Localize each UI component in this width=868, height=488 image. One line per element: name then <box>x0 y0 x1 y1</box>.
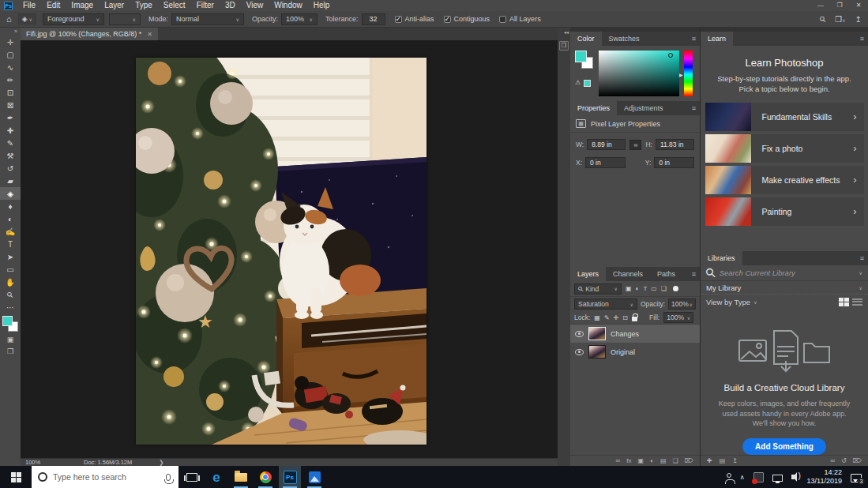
expand-panels-icon[interactable]: ◂◂ <box>558 28 570 35</box>
link-layers-icon[interactable]: ∞ <box>616 457 621 464</box>
close-icon[interactable]: ✕ <box>849 0 868 11</box>
taskbar-clock[interactable]: 14:22 13/11/2019 <box>807 468 842 486</box>
blur-tool[interactable]: ♦ <box>0 200 21 212</box>
lasso-tool[interactable]: ∿ <box>0 61 21 73</box>
action-center-icon[interactable]: 3 <box>851 474 862 482</box>
visibility-eye-icon[interactable] <box>575 331 584 337</box>
pen-tool[interactable]: ✍ <box>0 225 21 238</box>
tab-swatches[interactable]: Swatches <box>602 32 647 46</box>
marquee-tool[interactable]: ▢ <box>0 48 21 61</box>
lock-all-icon[interactable] <box>632 317 637 321</box>
microphone-icon[interactable] <box>166 474 171 481</box>
add-layer-mask-icon[interactable]: ▣ <box>638 457 644 464</box>
tool-preset-icon[interactable]: ◈∨ <box>18 13 36 24</box>
layer-row-changes[interactable]: Changes <box>570 325 700 343</box>
tab-properties[interactable]: Properties <box>570 101 617 115</box>
task-view-button[interactable] <box>181 466 203 488</box>
zoom-level[interactable]: 100% <box>25 459 62 466</box>
color-swatches[interactable] <box>2 316 19 333</box>
contiguous-checkbox[interactable]: Contiguous <box>444 15 490 23</box>
close-document-icon[interactable]: ✕ <box>147 31 152 38</box>
photoshop-taskbar-button[interactable]: Ps <box>279 466 301 488</box>
all-layers-checkbox[interactable]: All Layers <box>499 15 541 23</box>
add-something-button[interactable]: Add Something <box>742 438 826 455</box>
healing-brush-tool[interactable]: ✚ <box>0 124 21 137</box>
path-selection-tool[interactable]: ➤ <box>0 250 21 263</box>
filter-shape-layers-icon[interactable]: ▭ <box>651 285 657 292</box>
library-search[interactable]: ⚲ ∨ <box>701 265 868 281</box>
menu-edit[interactable]: Edit <box>41 0 66 11</box>
zoom-tool[interactable]: ⚲ <box>0 288 21 301</box>
color-picker-marker[interactable] <box>668 53 673 58</box>
hand-tool[interactable]: ✋ <box>0 276 21 288</box>
filter-smart-objects-icon[interactable]: ❏ <box>661 285 667 292</box>
layer-row-original[interactable]: Original <box>570 343 700 361</box>
history-panel-icon[interactable]: ❒ <box>559 41 569 51</box>
minimize-icon[interactable]: — <box>811 0 830 11</box>
filter-type-layers-icon[interactable]: T <box>643 285 647 292</box>
menu-type[interactable]: Type <box>130 0 158 11</box>
tab-libraries[interactable]: Libraries <box>701 251 742 265</box>
tab-learn[interactable]: Learn <box>701 32 733 46</box>
tab-paths[interactable]: Paths <box>650 267 682 281</box>
taskbar-search[interactable] <box>32 466 178 488</box>
history-brush-tool[interactable]: ↺ <box>0 162 21 175</box>
hidden-icons-chevron-icon[interactable]: ∧ <box>740 474 745 481</box>
filter-adjustment-layers-icon[interactable]: ◐ <box>636 285 640 292</box>
tab-adjustments[interactable]: Adjustments <box>617 101 671 115</box>
document-tab[interactable]: Fifi.jpg @ 100% (Changes, RGB/8) * ✕ <box>21 28 158 40</box>
workspace-icon[interactable]: ❒∨ <box>835 15 845 24</box>
foreground-color-swatch[interactable] <box>2 316 13 326</box>
menu-filter[interactable]: Filter <box>191 0 220 11</box>
layer-thumbnail[interactable] <box>588 327 606 340</box>
share-icon[interactable]: ↥ <box>855 15 862 24</box>
chrome-taskbar-button[interactable] <box>254 466 276 488</box>
quick-mask-button[interactable]: ▣ <box>0 333 21 345</box>
photos-taskbar-button[interactable] <box>303 466 325 488</box>
edge-taskbar-button[interactable]: e <box>205 466 227 488</box>
quick-selection-tool[interactable]: ✏ <box>0 73 21 86</box>
width-field[interactable]: 8.89 in <box>587 139 626 150</box>
menu-view[interactable]: View <box>241 0 269 11</box>
tab-layers[interactable]: Layers <box>570 267 606 281</box>
menu-help[interactable]: Help <box>308 0 336 11</box>
libraries-sync-icon[interactable]: ↺ <box>841 457 847 464</box>
new-library-group-icon[interactable]: ▤ <box>720 457 726 464</box>
learn-card-fix-a-photo[interactable]: Fix a photo › <box>705 134 864 163</box>
color-gradient-field[interactable] <box>599 51 679 96</box>
filter-pixel-layers-icon[interactable]: ▣ <box>626 285 632 292</box>
eyedropper-tool[interactable]: ✒ <box>0 111 21 124</box>
grid-view-icon[interactable] <box>839 298 849 306</box>
lock-position-icon[interactable]: ✛ <box>614 314 619 321</box>
crop-tool[interactable]: ⊡ <box>0 86 21 99</box>
new-layer-icon[interactable]: ❏ <box>673 457 678 464</box>
menu-window[interactable]: Window <box>269 0 308 11</box>
lock-transparency-icon[interactable]: ▦ <box>594 314 600 321</box>
panel-menu-icon[interactable]: ≡ <box>860 254 864 262</box>
foreground-color-swatch[interactable] <box>575 51 587 62</box>
move-tool[interactable]: ✛ <box>0 36 21 48</box>
sync-upload-icon[interactable]: ↥ <box>732 457 738 464</box>
visibility-eye-icon[interactable] <box>575 349 584 355</box>
tab-color[interactable]: Color <box>570 32 602 46</box>
layer-filter-dropdown[interactable]: ⚲ Kind ∨ <box>574 283 622 295</box>
panel-menu-icon[interactable]: ≡ <box>692 270 696 278</box>
y-field[interactable]: 0 in <box>654 157 694 168</box>
new-group-icon[interactable]: ▤ <box>660 457 667 464</box>
volume-icon[interactable] <box>791 475 795 479</box>
panel-menu-icon[interactable]: ≡ <box>860 35 864 43</box>
height-field[interactable]: 11.83 in <box>656 139 694 150</box>
frame-tool[interactable]: ⊠ <box>0 99 21 111</box>
library-search-input[interactable] <box>720 268 855 277</box>
menu-layer[interactable]: Layer <box>99 0 130 11</box>
tolerance-input[interactable] <box>362 13 385 25</box>
learn-card-fundamental-skills[interactable]: Fundamental Skills › <box>705 103 864 131</box>
pattern-picker[interactable]: ∨ <box>109 13 141 25</box>
lock-pixels-icon[interactable]: ✎ <box>604 314 610 321</box>
layers-opacity-dropdown[interactable]: 100% ∨ <box>668 298 696 310</box>
menu-3d[interactable]: 3D <box>220 0 241 11</box>
network-icon[interactable] <box>772 475 783 482</box>
view-by-type-dropdown[interactable]: View by Type <box>706 298 750 306</box>
hue-slider[interactable] <box>684 51 693 96</box>
file-explorer-taskbar-button[interactable] <box>230 466 252 488</box>
